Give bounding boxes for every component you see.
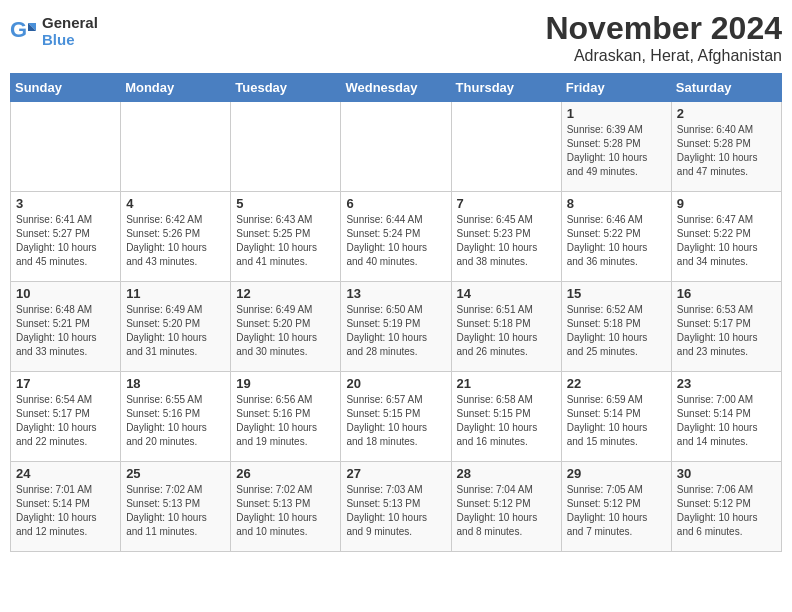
day-info: Sunrise: 6:42 AM Sunset: 5:26 PM Dayligh… [126,213,225,269]
day-info: Sunrise: 6:50 AM Sunset: 5:19 PM Dayligh… [346,303,445,359]
title-block: November 2024 Adraskan, Herat, Afghanist… [545,10,782,65]
calendar-cell: 7Sunrise: 6:45 AM Sunset: 5:23 PM Daylig… [451,192,561,282]
day-number: 26 [236,466,335,481]
week-row-5: 24Sunrise: 7:01 AM Sunset: 5:14 PM Dayli… [11,462,782,552]
day-number: 18 [126,376,225,391]
day-number: 6 [346,196,445,211]
calendar-cell: 18Sunrise: 6:55 AM Sunset: 5:16 PM Dayli… [121,372,231,462]
day-number: 2 [677,106,776,121]
calendar-cell: 21Sunrise: 6:58 AM Sunset: 5:15 PM Dayli… [451,372,561,462]
day-info: Sunrise: 6:57 AM Sunset: 5:15 PM Dayligh… [346,393,445,449]
day-info: Sunrise: 6:49 AM Sunset: 5:20 PM Dayligh… [126,303,225,359]
day-number: 8 [567,196,666,211]
calendar-cell: 19Sunrise: 6:56 AM Sunset: 5:16 PM Dayli… [231,372,341,462]
day-info: Sunrise: 7:00 AM Sunset: 5:14 PM Dayligh… [677,393,776,449]
month-title: November 2024 [545,10,782,47]
day-number: 13 [346,286,445,301]
logo: G General Blue [10,14,98,48]
day-info: Sunrise: 6:58 AM Sunset: 5:15 PM Dayligh… [457,393,556,449]
day-number: 28 [457,466,556,481]
day-number: 1 [567,106,666,121]
day-number: 29 [567,466,666,481]
calendar-cell: 16Sunrise: 6:53 AM Sunset: 5:17 PM Dayli… [671,282,781,372]
calendar-cell: 23Sunrise: 7:00 AM Sunset: 5:14 PM Dayli… [671,372,781,462]
day-info: Sunrise: 6:43 AM Sunset: 5:25 PM Dayligh… [236,213,335,269]
weekday-header-monday: Monday [121,74,231,102]
day-number: 4 [126,196,225,211]
day-number: 11 [126,286,225,301]
day-info: Sunrise: 6:59 AM Sunset: 5:14 PM Dayligh… [567,393,666,449]
week-row-2: 3Sunrise: 6:41 AM Sunset: 5:27 PM Daylig… [11,192,782,282]
day-info: Sunrise: 6:52 AM Sunset: 5:18 PM Dayligh… [567,303,666,359]
calendar-cell [341,102,451,192]
day-number: 9 [677,196,776,211]
calendar-cell: 20Sunrise: 6:57 AM Sunset: 5:15 PM Dayli… [341,372,451,462]
day-info: Sunrise: 6:51 AM Sunset: 5:18 PM Dayligh… [457,303,556,359]
day-info: Sunrise: 6:49 AM Sunset: 5:20 PM Dayligh… [236,303,335,359]
calendar-cell [451,102,561,192]
day-number: 21 [457,376,556,391]
calendar-cell [231,102,341,192]
week-row-4: 17Sunrise: 6:54 AM Sunset: 5:17 PM Dayli… [11,372,782,462]
calendar-cell: 12Sunrise: 6:49 AM Sunset: 5:20 PM Dayli… [231,282,341,372]
day-number: 30 [677,466,776,481]
calendar-cell: 28Sunrise: 7:04 AM Sunset: 5:12 PM Dayli… [451,462,561,552]
day-info: Sunrise: 6:41 AM Sunset: 5:27 PM Dayligh… [16,213,115,269]
day-info: Sunrise: 6:46 AM Sunset: 5:22 PM Dayligh… [567,213,666,269]
day-number: 17 [16,376,115,391]
calendar-cell: 1Sunrise: 6:39 AM Sunset: 5:28 PM Daylig… [561,102,671,192]
day-number: 3 [16,196,115,211]
day-info: Sunrise: 6:53 AM Sunset: 5:17 PM Dayligh… [677,303,776,359]
calendar-cell: 8Sunrise: 6:46 AM Sunset: 5:22 PM Daylig… [561,192,671,282]
calendar-cell: 22Sunrise: 6:59 AM Sunset: 5:14 PM Dayli… [561,372,671,462]
calendar-cell: 25Sunrise: 7:02 AM Sunset: 5:13 PM Dayli… [121,462,231,552]
day-info: Sunrise: 6:55 AM Sunset: 5:16 PM Dayligh… [126,393,225,449]
weekday-header-friday: Friday [561,74,671,102]
day-info: Sunrise: 6:40 AM Sunset: 5:28 PM Dayligh… [677,123,776,179]
day-number: 22 [567,376,666,391]
calendar-cell: 4Sunrise: 6:42 AM Sunset: 5:26 PM Daylig… [121,192,231,282]
calendar-body: 1Sunrise: 6:39 AM Sunset: 5:28 PM Daylig… [11,102,782,552]
day-number: 5 [236,196,335,211]
calendar-cell: 29Sunrise: 7:05 AM Sunset: 5:12 PM Dayli… [561,462,671,552]
day-number: 25 [126,466,225,481]
day-info: Sunrise: 7:02 AM Sunset: 5:13 PM Dayligh… [236,483,335,539]
day-info: Sunrise: 7:04 AM Sunset: 5:12 PM Dayligh… [457,483,556,539]
calendar-cell: 13Sunrise: 6:50 AM Sunset: 5:19 PM Dayli… [341,282,451,372]
day-info: Sunrise: 7:03 AM Sunset: 5:13 PM Dayligh… [346,483,445,539]
day-info: Sunrise: 6:44 AM Sunset: 5:24 PM Dayligh… [346,213,445,269]
calendar-cell: 24Sunrise: 7:01 AM Sunset: 5:14 PM Dayli… [11,462,121,552]
calendar-cell: 30Sunrise: 7:06 AM Sunset: 5:12 PM Dayli… [671,462,781,552]
logo-text: General Blue [42,14,98,48]
day-number: 27 [346,466,445,481]
calendar-cell: 9Sunrise: 6:47 AM Sunset: 5:22 PM Daylig… [671,192,781,282]
day-number: 20 [346,376,445,391]
day-number: 23 [677,376,776,391]
day-number: 7 [457,196,556,211]
weekday-header-tuesday: Tuesday [231,74,341,102]
day-number: 12 [236,286,335,301]
header: G General Blue November 2024 Adraskan, H… [10,10,782,65]
logo-icon: G [10,17,38,45]
calendar-cell: 2Sunrise: 6:40 AM Sunset: 5:28 PM Daylig… [671,102,781,192]
weekday-header-thursday: Thursday [451,74,561,102]
calendar-cell: 6Sunrise: 6:44 AM Sunset: 5:24 PM Daylig… [341,192,451,282]
weekday-header-row: SundayMondayTuesdayWednesdayThursdayFrid… [11,74,782,102]
day-number: 16 [677,286,776,301]
day-info: Sunrise: 7:01 AM Sunset: 5:14 PM Dayligh… [16,483,115,539]
weekday-header-sunday: Sunday [11,74,121,102]
calendar-cell: 15Sunrise: 6:52 AM Sunset: 5:18 PM Dayli… [561,282,671,372]
calendar-cell [121,102,231,192]
calendar-cell: 27Sunrise: 7:03 AM Sunset: 5:13 PM Dayli… [341,462,451,552]
calendar-cell: 5Sunrise: 6:43 AM Sunset: 5:25 PM Daylig… [231,192,341,282]
day-info: Sunrise: 6:48 AM Sunset: 5:21 PM Dayligh… [16,303,115,359]
calendar-cell: 10Sunrise: 6:48 AM Sunset: 5:21 PM Dayli… [11,282,121,372]
location-title: Adraskan, Herat, Afghanistan [545,47,782,65]
day-info: Sunrise: 7:05 AM Sunset: 5:12 PM Dayligh… [567,483,666,539]
day-number: 19 [236,376,335,391]
day-info: Sunrise: 7:06 AM Sunset: 5:12 PM Dayligh… [677,483,776,539]
calendar-cell: 14Sunrise: 6:51 AM Sunset: 5:18 PM Dayli… [451,282,561,372]
calendar-cell [11,102,121,192]
day-number: 10 [16,286,115,301]
day-number: 24 [16,466,115,481]
